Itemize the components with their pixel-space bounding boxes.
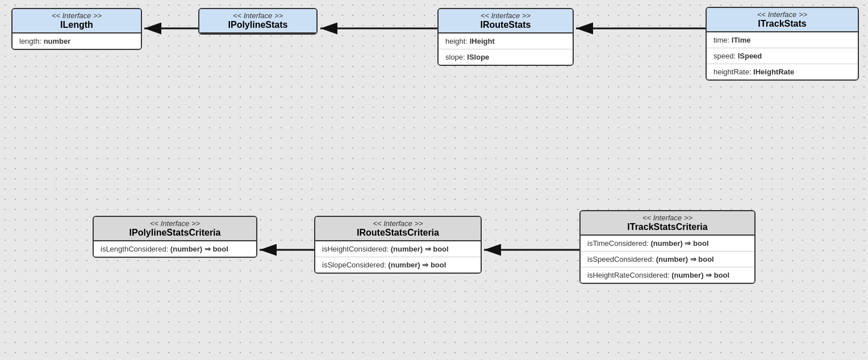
ipolycriteria-name: IPolylineStatsCriteria: [98, 228, 252, 238]
ipolycriteria-header: << Interface >> IPolylineStatsCriteria: [94, 217, 256, 241]
ilength-field-0: length: number: [12, 34, 141, 49]
ipolycriteria-box: << Interface >> IPolylineStatsCriteria i…: [93, 216, 257, 258]
iroutestats-header: << Interface >> IRouteStats: [439, 9, 573, 34]
ilength-name: ILength: [17, 20, 136, 30]
itrackstats-name: ITrackStats: [711, 19, 853, 29]
iroutecriteria-field-0: isHeightConsidered: (number) ⇒ bool: [315, 241, 481, 257]
ipolycriteria-field-0: isLengthConsidered: (number) ⇒ bool: [94, 241, 256, 257]
itrackcriteria-stereotype: << Interface >>: [585, 214, 750, 222]
ipolystats-name: IPolylineStats: [204, 20, 312, 30]
itrackstats-stereotype: << Interface >>: [711, 10, 853, 19]
iroutecriteria-stereotype: << Interface >>: [320, 219, 476, 228]
itrackstats-field-1: speed: ISpeed: [707, 48, 858, 64]
ipolystats-box: << Interface >> IPolylineStats: [198, 8, 318, 35]
iroutecriteria-header: << Interface >> IRouteStatsCriteria: [315, 217, 481, 241]
ipolycriteria-stereotype: << Interface >>: [98, 219, 252, 228]
itrackcriteria-name: ITrackStatsCriteria: [585, 222, 750, 232]
itrackcriteria-field-1: isSpeedConsidered: (number) ⇒ bool: [581, 252, 754, 267]
itrackstats-box: << Interface >> ITrackStats time: ITime …: [706, 7, 859, 81]
ilength-header: << Interface >> ILength: [12, 9, 141, 34]
itrackcriteria-field-0: isTimeConsidered: (number) ⇒ bool: [581, 236, 754, 252]
itrackstats-header: << Interface >> ITrackStats: [707, 8, 858, 32]
ipolystats-stereotype: << Interface >>: [204, 11, 312, 20]
itrackstats-field-0: time: ITime: [707, 32, 858, 48]
ilength-box: << Interface >> ILength length: number: [11, 8, 142, 50]
itrackcriteria-field-2: isHeightRateConsidered: (number) ⇒ bool: [581, 267, 754, 283]
ipolystats-header: << Interface >> IPolylineStats: [199, 9, 316, 34]
iroutestats-field-0: height: IHeight: [439, 34, 573, 49]
iroutecriteria-box: << Interface >> IRouteStatsCriteria isHe…: [314, 216, 482, 274]
itrackcriteria-header: << Interface >> ITrackStatsCriteria: [581, 211, 754, 236]
iroutestats-stereotype: << Interface >>: [443, 11, 568, 20]
iroutecriteria-field-1: isSlopeConsidered: (number) ⇒ bool: [315, 257, 481, 273]
itrackstats-field-2: heightRate: IHeightRate: [707, 64, 858, 79]
iroutecriteria-name: IRouteStatsCriteria: [320, 228, 476, 238]
itrackcriteria-box: << Interface >> ITrackStatsCriteria isTi…: [579, 210, 756, 284]
ilength-stereotype: << Interface >>: [17, 11, 136, 20]
iroutestats-box: << Interface >> IRouteStats height: IHei…: [437, 8, 574, 66]
iroutestats-name: IRouteStats: [443, 20, 568, 30]
iroutestats-field-1: slope: ISlope: [439, 49, 573, 65]
